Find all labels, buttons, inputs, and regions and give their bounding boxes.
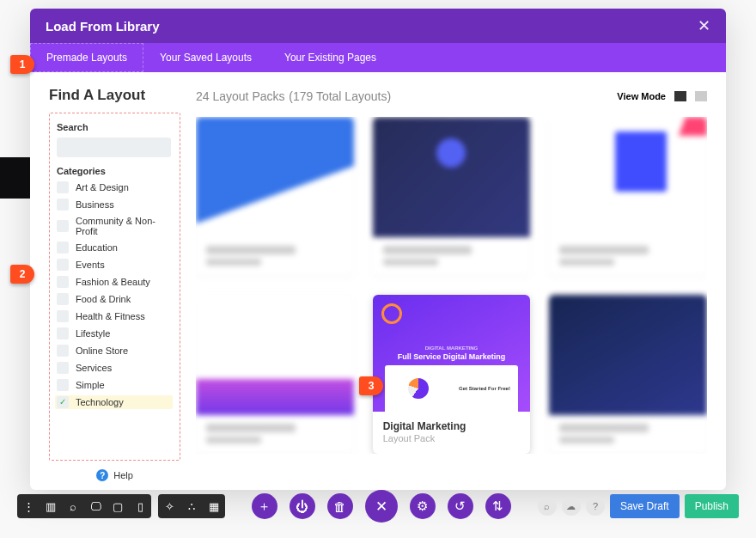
sidebar-filter-box: Search Categories Art & Design Business … [49, 113, 180, 461]
list-view-icon[interactable] [695, 91, 707, 101]
categories-label: Categories [57, 166, 171, 176]
zoom-icon[interactable]: ⌕ [62, 494, 84, 518]
category-label: Art & Design [76, 182, 129, 193]
layout-card[interactable] [549, 117, 707, 276]
category-simple[interactable]: Simple [57, 379, 171, 391]
layout-card[interactable] [373, 117, 531, 276]
category-label: Lifestyle [76, 328, 110, 339]
checkbox-icon [57, 199, 69, 211]
help-label: Help [113, 470, 133, 480]
layout-meta [549, 415, 707, 454]
tab-existing-pages[interactable]: Your Existing Pages [268, 43, 393, 72]
category-label: Simple [76, 380, 105, 390]
category-art-design[interactable]: Art & Design [57, 181, 171, 193]
layout-card-digital-marketing[interactable]: DIGITAL MARKETING Full Service Digital M… [373, 295, 531, 454]
menu-icon[interactable]: ⋮ [17, 494, 40, 518]
category-community[interactable]: Community & Non-Profit [57, 216, 171, 236]
add-button[interactable]: ＋ [252, 493, 277, 519]
category-technology[interactable]: ✓Technology [55, 395, 173, 409]
hover-icon[interactable]: ✧ [158, 494, 180, 518]
history-button[interactable]: ↺ [448, 493, 473, 519]
thumb-tag: DIGITAL MARKETING [425, 345, 478, 351]
category-label: Technology [76, 397, 124, 407]
category-online-store[interactable]: Online Store [57, 345, 171, 357]
category-label: Online Store [76, 345, 128, 356]
checkbox-icon [57, 259, 69, 271]
category-food[interactable]: Food & Drink [57, 293, 171, 305]
layout-meta: Digital Marketing Layout Pack [373, 412, 531, 454]
thumb-title: Full Service Digital Marketing [398, 352, 506, 361]
layout-grid: DIGITAL MARKETING Full Service Digital M… [196, 117, 707, 454]
help-link[interactable]: ? Help [49, 469, 180, 481]
category-label: Health & Fitness [76, 311, 145, 321]
click-icon[interactable]: ∴ [180, 494, 203, 518]
toolbar-dark-group-2: ✧ ∴ ▦ [158, 494, 225, 518]
publish-button[interactable]: Publish [685, 494, 739, 518]
toolbar-center: ＋ ⏻ 🗑 ✕ ⚙ ↺ ⇅ [252, 490, 511, 523]
phone-icon[interactable]: ▯ [129, 494, 151, 518]
category-lifestyle[interactable]: Lifestyle [57, 327, 171, 339]
settings-button[interactable]: ⚙ [410, 493, 436, 519]
checkbox-icon [57, 276, 69, 288]
category-services[interactable]: Services [57, 362, 171, 374]
tablet-icon[interactable]: ▢ [107, 494, 129, 518]
layout-meta [196, 237, 354, 276]
checkbox-icon [57, 345, 69, 357]
save-draft-button[interactable]: Save Draft [610, 494, 680, 518]
modal-tabs: Premade Layouts Your Saved Layouts Your … [30, 43, 726, 72]
layout-thumb: DIGITAL MARKETING Full Service Digital M… [373, 295, 531, 412]
layout-card[interactable] [196, 117, 354, 276]
checkbox-icon [57, 379, 69, 391]
tab-saved-layouts[interactable]: Your Saved Layouts [143, 43, 268, 72]
category-fashion[interactable]: Fashion & Beauty [57, 276, 171, 288]
page-bg-strip [0, 157, 30, 199]
wireframe-icon[interactable]: ▥ [40, 494, 62, 518]
category-label: Events [76, 260, 105, 270]
layout-thumb [196, 117, 354, 237]
layout-subtitle: Layout Pack [383, 433, 521, 443]
sidebar: Find A Layout Search Categories Art & De… [30, 72, 180, 490]
layout-meta [373, 237, 531, 276]
grid-icon[interactable]: ▦ [203, 494, 225, 518]
main-panel: 24 Layout Packs (179 Total Layouts) View… [180, 72, 726, 490]
close-builder-button[interactable]: ✕ [365, 490, 398, 523]
thumb-panel: Get Started For Free! [385, 365, 517, 412]
annotation-marker-1: 1 [10, 55, 34, 74]
category-list: Art & Design Business Community & Non-Pr… [57, 181, 171, 408]
category-label: Fashion & Beauty [76, 277, 150, 287]
category-education[interactable]: Education [57, 241, 171, 254]
search2-icon[interactable]: ⌕ [538, 497, 557, 516]
toolbar-dark-group: ⋮ ▥ ⌕ 🖵 ▢ ▯ [17, 494, 151, 518]
pack-count: 24 Layout Packs (179 Total Layouts) [196, 88, 391, 105]
layout-card[interactable] [549, 295, 707, 454]
modal-header: Load From Library ✕ [30, 9, 726, 43]
checkbox-icon [57, 220, 69, 232]
checkbox-icon: ✓ [57, 396, 69, 408]
category-events[interactable]: Events [57, 259, 171, 271]
modal-body: Find A Layout Search Categories Art & De… [30, 72, 726, 490]
delete-button[interactable]: 🗑 [327, 493, 353, 519]
sort-button[interactable]: ⇅ [485, 493, 511, 519]
category-health[interactable]: Health & Fitness [57, 310, 171, 322]
layout-meta [196, 415, 354, 454]
modal-title: Load From Library [46, 19, 160, 34]
layout-card[interactable] [196, 295, 354, 454]
category-label: Business [76, 199, 114, 210]
search-input[interactable] [57, 138, 171, 157]
main-header: 24 Layout Packs (179 Total Layouts) View… [196, 88, 707, 105]
library-modal: Load From Library ✕ Premade Layouts Your… [30, 9, 726, 490]
chat-icon[interactable]: ☁ [562, 497, 581, 516]
annotation-marker-2: 2 [10, 265, 34, 284]
view-mode-label: View Mode [617, 91, 666, 101]
category-label: Education [76, 242, 118, 253]
desktop-icon[interactable]: 🖵 [84, 494, 107, 518]
grid-view-icon[interactable] [674, 91, 686, 101]
toolbar-left: ⋮ ▥ ⌕ 🖵 ▢ ▯ ✧ ∴ ▦ [17, 494, 225, 518]
close-icon[interactable]: ✕ [698, 16, 710, 35]
question-icon[interactable]: ? [586, 497, 605, 516]
tab-premade-layouts[interactable]: Premade Layouts [30, 43, 143, 72]
category-business[interactable]: Business [57, 199, 171, 211]
checkbox-icon [57, 310, 69, 322]
power-button[interactable]: ⏻ [290, 493, 315, 519]
layout-meta [549, 237, 707, 276]
